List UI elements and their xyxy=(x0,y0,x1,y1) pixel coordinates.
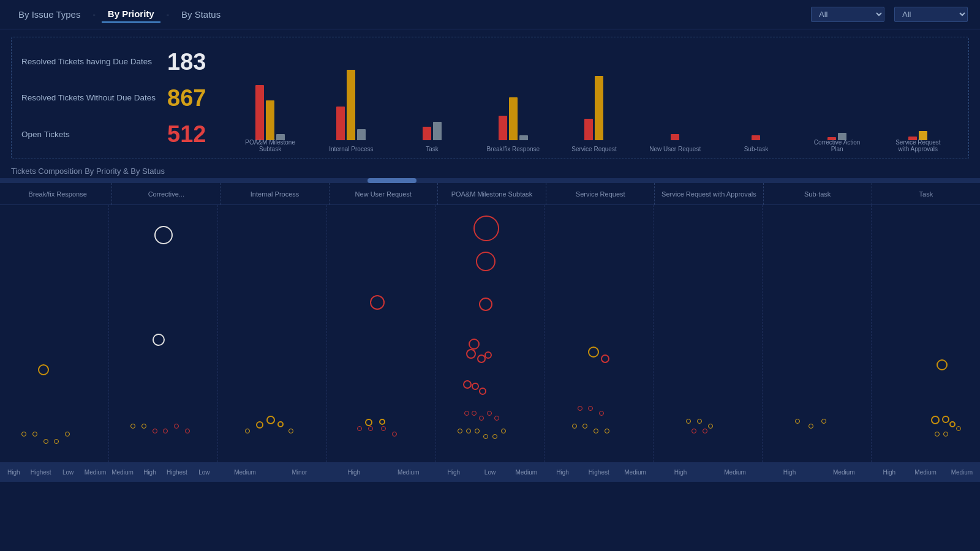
bubble-col-breakfix xyxy=(0,205,109,462)
stats-column: Resolved Tickets having Due Dates 183 Re… xyxy=(21,43,230,152)
bubble-dot xyxy=(32,432,37,437)
bubble-dot xyxy=(708,424,713,429)
x-label: Medium xyxy=(218,469,273,476)
bar-group-corrective: Corrective ActionPlan xyxy=(797,43,878,140)
nav-by-issue-types[interactable]: By Issue Types xyxy=(12,7,86,22)
bubble-dot xyxy=(501,429,506,433)
bar-group-newuser: New User Request xyxy=(635,43,715,140)
x-labels-service: High Highest Medium xyxy=(545,469,654,476)
bar-red xyxy=(336,107,345,140)
bubble-dot xyxy=(686,419,691,424)
bar-label-subtask: Sub-task xyxy=(728,146,783,152)
bubble-dot xyxy=(494,416,499,421)
bar-gold xyxy=(595,76,603,140)
bubble-dot xyxy=(65,432,70,437)
x-label: Highest xyxy=(27,469,54,476)
bubble-dot xyxy=(472,411,477,416)
bubble-dot xyxy=(245,429,250,433)
bubble-dot xyxy=(43,439,48,444)
bubble xyxy=(365,419,372,426)
bubble-dot xyxy=(578,406,582,411)
bar-gray xyxy=(519,135,528,140)
filter-controls: All All xyxy=(811,7,968,22)
col-header-task: Task xyxy=(872,183,980,204)
bubble-dot xyxy=(288,429,293,433)
year-filter[interactable]: All xyxy=(894,7,968,22)
nav-by-priority[interactable]: By Priority xyxy=(102,6,160,23)
bubble-col-service xyxy=(545,205,654,462)
bubble-dot xyxy=(809,424,813,429)
bubble-dot xyxy=(594,429,598,433)
issue-type-filter[interactable]: All xyxy=(811,7,884,22)
bar-gray xyxy=(357,129,366,140)
bubble-col-poam xyxy=(436,205,545,462)
bar-label-service: Service Request xyxy=(567,146,622,152)
bubble-col-task xyxy=(872,205,980,462)
horizontal-scrollbar[interactable] xyxy=(0,178,980,183)
x-axis-labels: High Highest Low Medium Medium High High… xyxy=(0,462,980,482)
x-label: Low xyxy=(190,469,217,476)
x-label: Medium xyxy=(944,469,980,476)
bubble-dot xyxy=(466,429,471,433)
bubble xyxy=(463,380,472,389)
col-header-service: Service Request xyxy=(546,183,655,204)
bubble-col-internal xyxy=(218,205,327,462)
bubble-dot xyxy=(943,432,948,437)
bubble xyxy=(154,226,173,244)
bubble-dot xyxy=(492,434,497,439)
x-label: Medium xyxy=(81,469,108,476)
bubble-dot xyxy=(392,432,397,437)
bubble-chart: Break/fix Response Corrective... Interna… xyxy=(0,183,980,483)
bubble-dot xyxy=(692,429,696,433)
bubble-dot xyxy=(605,429,609,433)
bubble xyxy=(469,339,480,350)
bubble-chart-headers: Break/fix Response Corrective... Interna… xyxy=(0,183,980,205)
summary-panel: Resolved Tickets having Due Dates 183 Re… xyxy=(11,37,969,159)
bar-group-service: Service Request xyxy=(554,43,635,140)
bubble-dot xyxy=(599,411,604,416)
x-labels-corrective: Medium High Highest Low xyxy=(109,469,218,476)
x-labels-task: High Medium Medium xyxy=(871,469,980,476)
bar-red xyxy=(499,116,507,140)
scrollbar-thumb[interactable] xyxy=(368,178,417,183)
bubble-dot xyxy=(483,434,488,439)
bubble-dot xyxy=(141,424,146,429)
bubble-dot xyxy=(54,439,59,444)
x-label: Medium xyxy=(109,469,136,476)
bubble-col-subtask xyxy=(763,205,872,462)
bubble-dot xyxy=(174,424,179,429)
x-label: Low xyxy=(55,469,81,476)
col-header-breakfix: Break/fix Response xyxy=(4,183,112,204)
bar-group-breakfix: Break/fix Response xyxy=(473,43,554,140)
resolved-without-due-dates-value: 867 xyxy=(167,86,206,110)
x-label: Highest xyxy=(164,469,190,476)
bubble-dot xyxy=(487,411,492,416)
bubble-col-service-approvals xyxy=(654,205,763,462)
bubble-dot xyxy=(588,406,593,411)
col-header-corrective: Corrective... xyxy=(112,183,221,204)
x-label: High xyxy=(435,469,472,476)
bubble-dot xyxy=(582,424,587,429)
nav-separator-1: - xyxy=(92,10,95,19)
bar-red xyxy=(752,135,760,140)
col-header-internal: Internal Process xyxy=(221,183,329,204)
nav-by-status[interactable]: By Status xyxy=(175,7,227,22)
bubble-chart-title: Tickets Composition By Priority & By Sta… xyxy=(0,164,980,178)
x-label: Medium xyxy=(708,469,763,476)
bar-red xyxy=(255,85,264,140)
open-tickets-row: Open Tickets 512 xyxy=(21,122,217,146)
x-label: High xyxy=(545,469,581,476)
bubble-dot xyxy=(479,416,484,421)
bubble-dot xyxy=(572,424,577,429)
x-labels-breakfix: High Highest Low Medium xyxy=(0,469,109,476)
open-tickets-label: Open Tickets xyxy=(21,130,156,139)
bubble xyxy=(370,295,385,310)
bar-gold xyxy=(266,100,274,140)
bar-label-task: Task xyxy=(405,146,460,152)
bar-gray xyxy=(433,122,442,140)
bar-group-poam: POA&M MilestoneSubtask xyxy=(230,43,311,140)
bar-gold xyxy=(509,97,518,140)
bubble-dot xyxy=(130,424,135,429)
summary-bar-chart: POA&M MilestoneSubtask Internal Process … xyxy=(230,43,959,152)
x-labels-newuser: High Medium xyxy=(326,469,435,476)
